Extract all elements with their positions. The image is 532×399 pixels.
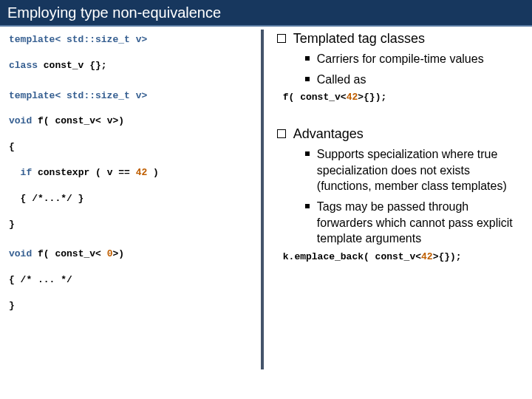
list-item: Tags may be passed through forwarders wh… — [305, 199, 519, 247]
code-text: { — [9, 141, 15, 152]
code-block-2: class const_v {}; — [9, 58, 253, 74]
code-block-7: { /*...*/ } — [9, 191, 253, 207]
slide-content: template< std::size_t v> class const_v {… — [0, 27, 532, 399]
code-block-11: } — [9, 299, 253, 314]
code-block-5: { — [9, 140, 253, 155]
kw-if: if — [9, 167, 32, 178]
num-literal: 42 — [136, 167, 148, 178]
heading-text: Templated tag classes — [293, 31, 425, 47]
code-block-6: if constexpr ( v == 42 ) — [9, 166, 253, 181]
code-text: const_v {}; — [38, 60, 107, 71]
code-text: k.emplace_back( const_v< — [283, 251, 421, 262]
checkbox-bullet-icon — [277, 129, 286, 138]
code-text: { /* ... */ — [9, 274, 72, 285]
code-block-10: { /* ... */ — [9, 273, 253, 288]
code-block-4: void f( const_v< v>) — [9, 114, 253, 129]
code-snippet-1: f( const_v<42>{}); — [283, 92, 519, 103]
kw-class: class — [9, 60, 38, 71]
code-snippet-2: k.emplace_back( const_v<42>{}); — [283, 251, 519, 262]
code-block-1: template< std::size_t v> — [9, 33, 253, 48]
code-text: } — [9, 300, 15, 311]
kw-void: void — [9, 248, 32, 259]
bullet-heading-1: Templated tag classes — [277, 31, 519, 47]
sub-bullet-list-2: Supports specialization where true speci… — [305, 146, 519, 247]
code-text: f( const_v< — [283, 92, 347, 103]
code-text: } — [9, 219, 15, 230]
checkbox-bullet-icon — [277, 34, 286, 43]
code-column: template< std::size_t v> class const_v {… — [0, 27, 261, 399]
num-literal: 42 — [347, 92, 358, 103]
bullet-column: Templated tag classes Carriers for compi… — [264, 27, 530, 399]
title-bar: Employing type non-equivalence — [0, 0, 532, 27]
code-text: ) — [147, 167, 159, 178]
code-block-3: template< std::size_t v> — [9, 89, 253, 104]
list-item: Carriers for compile-time values — [305, 51, 519, 67]
list-item: Supports specialization where true speci… — [305, 146, 519, 194]
kw-void: void — [9, 115, 32, 126]
code-text: >) — [112, 248, 124, 259]
bullet-heading-2: Advantages — [277, 126, 519, 142]
code-block-8: } — [9, 217, 253, 233]
code-text: f( const_v< — [32, 248, 106, 259]
num-literal: 42 — [421, 251, 433, 262]
code-text: >{}); — [358, 92, 386, 103]
kw-template: template< std::size_t v> — [9, 90, 147, 101]
code-block-9: void f( const_v< 0>) — [9, 247, 253, 262]
code-text: >{}); — [433, 251, 462, 262]
kw-template: template< std::size_t v> — [9, 34, 147, 45]
code-text: { /*...*/ } — [9, 193, 83, 204]
code-text: f( const_v< v>) — [32, 115, 124, 126]
slide-title: Employing type non-equivalence — [7, 4, 221, 21]
sub-bullet-list-1: Carriers for compile-time values Called … — [305, 51, 519, 87]
code-text: constexpr ( v == — [32, 167, 135, 178]
heading-text: Advantages — [293, 126, 364, 142]
list-item: Called as — [305, 72, 519, 88]
